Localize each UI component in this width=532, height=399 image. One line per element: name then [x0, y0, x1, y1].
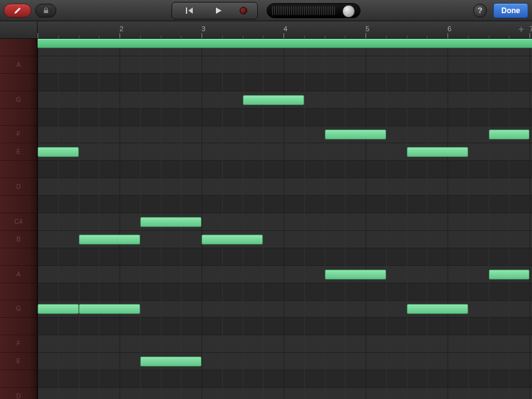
beat-line — [427, 39, 427, 399]
key-row[interactable] — [0, 370, 37, 388]
key-row[interactable]: E — [0, 143, 37, 161]
beat-line — [304, 39, 305, 399]
pencil-icon — [13, 6, 22, 15]
ruler-key-spacer — [0, 21, 38, 38]
bar-line — [38, 39, 38, 399]
key-row[interactable]: D — [0, 178, 37, 196]
beat-line — [407, 39, 407, 399]
row-shade — [38, 196, 532, 213]
ruler-bar-tick — [284, 33, 284, 38]
key-row[interactable]: A — [0, 266, 37, 283]
key-row[interactable]: D — [0, 388, 37, 399]
midi-note[interactable] — [325, 270, 386, 280]
row-shade — [38, 109, 532, 126]
row-shade — [38, 370, 532, 388]
play-icon — [214, 7, 223, 14]
key-row[interactable]: G — [0, 91, 37, 109]
beat-line — [263, 39, 263, 399]
bar-line — [284, 39, 284, 399]
ruler-beat-tick — [325, 36, 325, 38]
beat-line — [222, 39, 223, 399]
ruler-beat-tick — [99, 36, 100, 38]
key-row[interactable]: G — [0, 301, 37, 318]
ruler-bar-number: 6 — [448, 25, 451, 33]
play-button[interactable] — [205, 4, 232, 18]
beat-line — [489, 39, 489, 399]
slider-knob[interactable] — [342, 5, 355, 18]
key-row[interactable]: E — [0, 353, 37, 370]
midi-note[interactable] — [38, 304, 79, 314]
velocity-slider[interactable] — [267, 3, 361, 18]
ruler-bar-tick — [38, 33, 38, 38]
note-grid[interactable] — [38, 39, 532, 399]
ruler-bar-number: 7 — [529, 25, 532, 33]
key-row[interactable]: F — [0, 126, 37, 144]
midi-note[interactable] — [79, 304, 140, 314]
toolbar: ? Done — [0, 0, 532, 21]
row-divider — [38, 56, 532, 56]
ruler-bar-tick — [202, 33, 202, 38]
ruler-bar-tick — [448, 33, 448, 38]
midi-note[interactable] — [407, 304, 468, 314]
key-row[interactable] — [0, 318, 37, 335]
row-shade — [38, 74, 532, 91]
plus-icon: + — [518, 24, 524, 34]
midi-note[interactable] — [489, 270, 530, 280]
ruler-beat-tick — [386, 36, 387, 38]
midi-note[interactable] — [489, 129, 530, 139]
ruler-beat-tick — [345, 36, 345, 38]
row-shade — [38, 248, 532, 266]
key-row[interactable]: A — [0, 56, 37, 74]
draw-tool-button[interactable] — [4, 4, 31, 18]
key-row[interactable] — [0, 74, 37, 91]
key-column[interactable]: AGFEDC4BAGFED — [0, 39, 38, 399]
midi-note[interactable] — [407, 147, 468, 157]
ruler-beat-tick — [263, 36, 263, 38]
key-row[interactable]: C4 — [0, 213, 37, 231]
bar-line — [529, 39, 530, 399]
record-button[interactable] — [233, 4, 253, 18]
toolbar-right: ? Done — [473, 3, 528, 18]
done-button[interactable]: Done — [493, 3, 528, 18]
row-divider — [38, 91, 532, 91]
beat-line — [386, 39, 387, 399]
row-divider — [38, 230, 532, 231]
key-row[interactable]: B — [0, 231, 37, 248]
zoom-in-button[interactable]: + — [518, 25, 529, 34]
record-icon — [240, 7, 247, 14]
bar-line — [120, 39, 120, 399]
lock-button[interactable] — [35, 4, 56, 18]
help-button[interactable]: ? — [473, 4, 487, 18]
ruler-bar-number: 3 — [202, 25, 205, 33]
key-row[interactable] — [0, 39, 37, 56]
key-row[interactable] — [0, 196, 37, 213]
ruler-bar-number: 5 — [366, 25, 369, 33]
done-label: Done — [501, 6, 520, 15]
key-row[interactable] — [0, 248, 37, 266]
transport-box — [171, 2, 258, 19]
key-row[interactable] — [0, 161, 37, 178]
midi-note[interactable] — [140, 356, 202, 366]
midi-note[interactable] — [140, 217, 202, 227]
ruler-bar-tick — [120, 33, 120, 38]
timeline-ruler[interactable]: + 234567 — [0, 21, 532, 39]
midi-note[interactable] — [325, 129, 386, 139]
row-divider — [38, 352, 532, 353]
ruler-beat-tick — [509, 36, 509, 38]
midi-note[interactable] — [243, 95, 304, 105]
ruler-beat-tick — [222, 36, 223, 38]
midi-note[interactable] — [202, 235, 263, 245]
beat-line — [243, 39, 243, 399]
beat-line — [325, 39, 325, 399]
region-strip[interactable] — [38, 39, 532, 48]
midi-note[interactable] — [38, 147, 79, 157]
ruler-beat-tick — [407, 36, 407, 38]
row-shade — [38, 161, 532, 178]
key-row[interactable] — [0, 109, 37, 126]
midi-note[interactable] — [79, 235, 140, 245]
bar-line — [202, 39, 202, 399]
beat-line — [509, 39, 509, 399]
key-row[interactable] — [0, 283, 37, 301]
go-to-start-button[interactable] — [176, 4, 203, 18]
key-row[interactable]: F — [0, 335, 37, 353]
